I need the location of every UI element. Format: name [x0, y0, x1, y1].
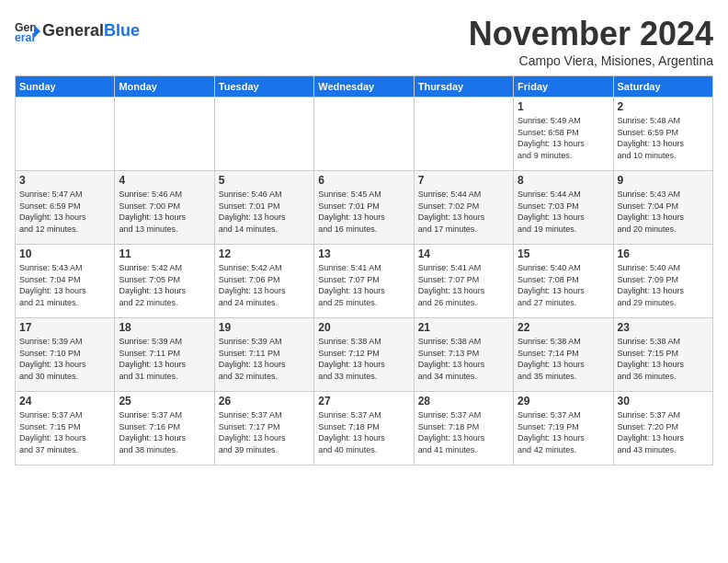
- day-number: 21: [418, 321, 509, 334]
- cell-info: Sunrise: 5:44 AM Sunset: 7:02 PM Dayligh…: [418, 189, 509, 235]
- cell-info: Sunrise: 5:38 AM Sunset: 7:15 PM Dayligh…: [618, 336, 709, 382]
- calendar-cell: [16, 98, 115, 171]
- day-number: 10: [19, 247, 110, 260]
- day-number: 20: [318, 321, 409, 334]
- cell-info: Sunrise: 5:41 AM Sunset: 7:07 PM Dayligh…: [318, 262, 409, 308]
- calendar-header-row: SundayMondayTuesdayWednesdayThursdayFrid…: [16, 76, 713, 98]
- day-number: 28: [418, 395, 509, 408]
- header: Gen eral GeneralBlue November 2024 Campo…: [15, 15, 713, 68]
- day-header-monday: Monday: [115, 76, 214, 98]
- calendar-cell: 25Sunrise: 5:37 AM Sunset: 7:16 PM Dayli…: [115, 392, 214, 465]
- calendar-cell: 6Sunrise: 5:45 AM Sunset: 7:01 PM Daylig…: [314, 171, 414, 245]
- day-header-sunday: Sunday: [16, 76, 115, 98]
- day-number: 23: [618, 321, 709, 334]
- calendar-cell: 24Sunrise: 5:37 AM Sunset: 7:15 PM Dayli…: [16, 392, 115, 465]
- cell-info: Sunrise: 5:41 AM Sunset: 7:07 PM Dayligh…: [418, 262, 509, 308]
- day-number: 2: [618, 100, 709, 113]
- cell-info: Sunrise: 5:39 AM Sunset: 7:11 PM Dayligh…: [119, 336, 210, 382]
- day-number: 15: [518, 247, 609, 260]
- day-number: 22: [518, 321, 609, 334]
- calendar-cell: 9Sunrise: 5:43 AM Sunset: 7:04 PM Daylig…: [613, 171, 712, 245]
- calendar-cell: 4Sunrise: 5:46 AM Sunset: 7:00 PM Daylig…: [115, 171, 214, 245]
- cell-info: Sunrise: 5:38 AM Sunset: 7:14 PM Dayligh…: [518, 336, 609, 382]
- calendar-cell: 8Sunrise: 5:44 AM Sunset: 7:03 PM Daylig…: [514, 171, 613, 245]
- cell-info: Sunrise: 5:46 AM Sunset: 7:00 PM Dayligh…: [119, 189, 210, 235]
- calendar-cell: 16Sunrise: 5:40 AM Sunset: 7:09 PM Dayli…: [613, 245, 712, 318]
- day-number: 27: [318, 395, 409, 408]
- week-row-3: 10Sunrise: 5:43 AM Sunset: 7:04 PM Dayli…: [16, 245, 713, 318]
- calendar-cell: [314, 98, 414, 171]
- day-number: 11: [119, 247, 210, 260]
- day-header-thursday: Thursday: [414, 76, 513, 98]
- cell-info: Sunrise: 5:39 AM Sunset: 7:10 PM Dayligh…: [19, 336, 110, 382]
- day-number: 9: [618, 174, 709, 187]
- day-number: 29: [518, 395, 609, 408]
- calendar-cell: 19Sunrise: 5:39 AM Sunset: 7:11 PM Dayli…: [214, 318, 313, 392]
- cell-info: Sunrise: 5:37 AM Sunset: 7:18 PM Dayligh…: [318, 409, 409, 455]
- day-header-friday: Friday: [514, 76, 613, 98]
- calendar-cell: 23Sunrise: 5:38 AM Sunset: 7:15 PM Dayli…: [613, 318, 712, 392]
- calendar-cell: 2Sunrise: 5:48 AM Sunset: 6:59 PM Daylig…: [613, 98, 712, 171]
- day-number: 7: [418, 174, 509, 187]
- cell-info: Sunrise: 5:47 AM Sunset: 6:59 PM Dayligh…: [19, 189, 110, 235]
- cell-info: Sunrise: 5:37 AM Sunset: 7:17 PM Dayligh…: [219, 409, 310, 455]
- svg-marker-2: [34, 25, 40, 38]
- day-number: 19: [219, 321, 310, 334]
- day-number: 18: [119, 321, 210, 334]
- calendar-cell: 1Sunrise: 5:49 AM Sunset: 6:58 PM Daylig…: [514, 98, 613, 171]
- calendar-cell: 17Sunrise: 5:39 AM Sunset: 7:10 PM Dayli…: [16, 318, 115, 392]
- cell-info: Sunrise: 5:45 AM Sunset: 7:01 PM Dayligh…: [318, 189, 409, 235]
- day-number: 6: [318, 174, 409, 187]
- calendar-cell: 26Sunrise: 5:37 AM Sunset: 7:17 PM Dayli…: [214, 392, 313, 465]
- day-number: 25: [119, 395, 210, 408]
- calendar-cell: 20Sunrise: 5:38 AM Sunset: 7:12 PM Dayli…: [314, 318, 414, 392]
- day-number: 1: [518, 100, 609, 113]
- week-row-5: 24Sunrise: 5:37 AM Sunset: 7:15 PM Dayli…: [16, 392, 713, 465]
- calendar-body: 1Sunrise: 5:49 AM Sunset: 6:58 PM Daylig…: [16, 98, 713, 465]
- cell-info: Sunrise: 5:43 AM Sunset: 7:04 PM Dayligh…: [618, 189, 709, 235]
- calendar-cell: [115, 98, 214, 171]
- calendar-table: SundayMondayTuesdayWednesdayThursdayFrid…: [15, 75, 713, 465]
- day-number: 14: [418, 247, 509, 260]
- cell-info: Sunrise: 5:42 AM Sunset: 7:06 PM Dayligh…: [219, 262, 310, 308]
- cell-info: Sunrise: 5:40 AM Sunset: 7:09 PM Dayligh…: [618, 262, 709, 308]
- cell-info: Sunrise: 5:37 AM Sunset: 7:16 PM Dayligh…: [119, 409, 210, 455]
- cell-info: Sunrise: 5:38 AM Sunset: 7:13 PM Dayligh…: [418, 336, 509, 382]
- week-row-2: 3Sunrise: 5:47 AM Sunset: 6:59 PM Daylig…: [16, 171, 713, 245]
- day-number: 12: [219, 247, 310, 260]
- calendar-cell: 28Sunrise: 5:37 AM Sunset: 7:18 PM Dayli…: [414, 392, 513, 465]
- day-number: 13: [318, 247, 409, 260]
- month-title: November 2024: [469, 15, 713, 53]
- calendar-cell: 22Sunrise: 5:38 AM Sunset: 7:14 PM Dayli…: [514, 318, 613, 392]
- cell-info: Sunrise: 5:49 AM Sunset: 6:58 PM Dayligh…: [518, 115, 609, 161]
- cell-info: Sunrise: 5:37 AM Sunset: 7:19 PM Dayligh…: [518, 409, 609, 455]
- calendar-cell: 27Sunrise: 5:37 AM Sunset: 7:18 PM Dayli…: [314, 392, 414, 465]
- day-number: 16: [618, 247, 709, 260]
- cell-info: Sunrise: 5:38 AM Sunset: 7:12 PM Dayligh…: [318, 336, 409, 382]
- calendar-cell: 11Sunrise: 5:42 AM Sunset: 7:05 PM Dayli…: [115, 245, 214, 318]
- calendar-cell: 13Sunrise: 5:41 AM Sunset: 7:07 PM Dayli…: [314, 245, 414, 318]
- cell-info: Sunrise: 5:43 AM Sunset: 7:04 PM Dayligh…: [19, 262, 110, 308]
- calendar-cell: [214, 98, 313, 171]
- calendar-cell: 21Sunrise: 5:38 AM Sunset: 7:13 PM Dayli…: [414, 318, 513, 392]
- day-number: 26: [219, 395, 310, 408]
- calendar-cell: [414, 98, 513, 171]
- cell-info: Sunrise: 5:46 AM Sunset: 7:01 PM Dayligh…: [219, 189, 310, 235]
- cell-info: Sunrise: 5:42 AM Sunset: 7:05 PM Dayligh…: [119, 262, 210, 308]
- calendar-cell: 30Sunrise: 5:37 AM Sunset: 7:20 PM Dayli…: [613, 392, 712, 465]
- day-header-tuesday: Tuesday: [214, 76, 313, 98]
- location-title: Campo Viera, Misiones, Argentina: [469, 53, 713, 68]
- week-row-1: 1Sunrise: 5:49 AM Sunset: 6:58 PM Daylig…: [16, 98, 713, 171]
- calendar-cell: 18Sunrise: 5:39 AM Sunset: 7:11 PM Dayli…: [115, 318, 214, 392]
- cell-info: Sunrise: 5:39 AM Sunset: 7:11 PM Dayligh…: [219, 336, 310, 382]
- day-header-saturday: Saturday: [613, 76, 712, 98]
- cell-info: Sunrise: 5:44 AM Sunset: 7:03 PM Dayligh…: [518, 189, 609, 235]
- day-header-wednesday: Wednesday: [314, 76, 414, 98]
- cell-info: Sunrise: 5:40 AM Sunset: 7:08 PM Dayligh…: [518, 262, 609, 308]
- cell-info: Sunrise: 5:37 AM Sunset: 7:20 PM Dayligh…: [618, 409, 709, 455]
- day-number: 5: [219, 174, 310, 187]
- day-number: 24: [19, 395, 110, 408]
- day-number: 8: [518, 174, 609, 187]
- calendar-cell: 7Sunrise: 5:44 AM Sunset: 7:02 PM Daylig…: [414, 171, 513, 245]
- calendar-cell: 29Sunrise: 5:37 AM Sunset: 7:19 PM Dayli…: [514, 392, 613, 465]
